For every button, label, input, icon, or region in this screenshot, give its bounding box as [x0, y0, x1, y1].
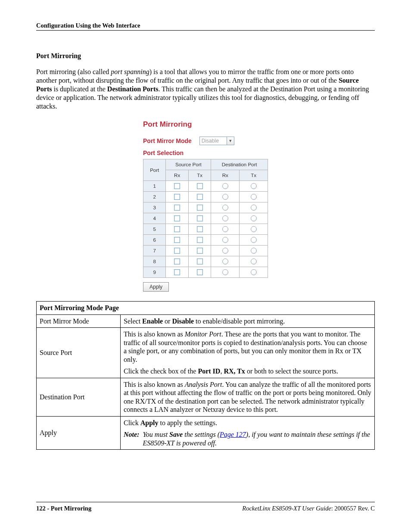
- col-dst-tx: Tx: [240, 170, 268, 181]
- checkbox-icon[interactable]: [174, 258, 180, 264]
- dst-rx-cell: [211, 213, 240, 224]
- checkbox-icon[interactable]: [174, 183, 180, 189]
- dst-tx-cell: [240, 213, 268, 224]
- dst-rx-cell: [211, 181, 240, 192]
- row-label: Apply: [37, 416, 121, 450]
- text: or both to select the source ports.: [245, 367, 338, 375]
- text-bold: Save: [169, 431, 183, 438]
- page-link[interactable]: Page 127: [220, 431, 246, 438]
- col-source-port: Source Port: [166, 159, 211, 170]
- dst-tx-cell: [240, 256, 268, 267]
- checkbox-icon[interactable]: [174, 205, 180, 211]
- dst-rx-cell: [211, 235, 240, 246]
- radio-icon[interactable]: [222, 194, 228, 200]
- dst-rx-cell: [211, 246, 240, 256]
- text: Click: [124, 419, 140, 426]
- checkbox-icon[interactable]: [174, 226, 180, 232]
- table-row: Port Mirror Mode Select Enable or Disabl…: [37, 314, 375, 328]
- figure-title: Port Mirroring: [143, 120, 268, 129]
- radio-icon[interactable]: [251, 226, 257, 232]
- checkbox-icon[interactable]: [197, 248, 203, 254]
- radio-icon[interactable]: [251, 258, 257, 264]
- src-rx-cell: [166, 235, 188, 246]
- radio-icon[interactable]: [222, 248, 228, 254]
- src-tx-cell: [188, 213, 211, 224]
- row-label: Destination Port: [37, 378, 121, 416]
- term-destination-ports: Destination Ports: [107, 85, 159, 93]
- checkbox-icon[interactable]: [174, 194, 180, 200]
- src-rx-cell: [166, 213, 188, 224]
- checkbox-icon[interactable]: [174, 269, 180, 275]
- checkbox-icon[interactable]: [174, 248, 180, 254]
- table-row: Source Port This is also known as Monito…: [37, 328, 375, 378]
- checkbox-icon[interactable]: [197, 269, 203, 275]
- table-row: 5: [143, 224, 268, 235]
- text: You must: [143, 431, 169, 438]
- radio-icon[interactable]: [222, 269, 228, 275]
- text: or: [163, 317, 172, 325]
- port-number: 9: [143, 267, 166, 278]
- text-italic: Analysis Port: [185, 381, 222, 388]
- text: This is also known as: [124, 381, 185, 388]
- text-bold: Apply: [140, 419, 159, 426]
- checkbox-icon[interactable]: [197, 226, 203, 232]
- apply-button[interactable]: Apply: [143, 282, 169, 292]
- src-rx-cell: [166, 202, 188, 213]
- table-row: 9: [143, 267, 268, 278]
- dst-tx-cell: [240, 267, 268, 278]
- footer-right: RocketLinx ES8509-XT User Guide: 2000557…: [242, 505, 375, 512]
- text: is duplicated at the: [52, 85, 107, 93]
- checkbox-icon[interactable]: [197, 258, 203, 264]
- port-mirroring-figure: Port Mirroring Port Mirror Mode Disable …: [143, 120, 268, 292]
- radio-icon[interactable]: [222, 237, 228, 243]
- src-tx-cell: [188, 246, 211, 256]
- checkbox-icon[interactable]: [174, 215, 180, 221]
- dst-tx-cell: [240, 202, 268, 213]
- checkbox-icon[interactable]: [197, 215, 203, 221]
- table-row: 6: [143, 235, 268, 246]
- col-port: Port: [143, 159, 166, 181]
- radio-icon[interactable]: [251, 237, 257, 243]
- checkbox-icon[interactable]: [197, 183, 203, 189]
- src-rx-cell: [166, 224, 188, 235]
- dst-tx-cell: [240, 235, 268, 246]
- radio-icon[interactable]: [251, 183, 257, 189]
- text: Click the check box of the: [124, 367, 198, 375]
- radio-icon[interactable]: [251, 248, 257, 254]
- radio-icon[interactable]: [222, 215, 228, 221]
- checkbox-icon[interactable]: [174, 237, 180, 243]
- row-desc: Click Apply to apply the settings. Note:…: [121, 416, 375, 450]
- section-heading: Port Mirroring: [36, 52, 375, 60]
- port-number: 5: [143, 224, 166, 235]
- checkbox-icon[interactable]: [197, 237, 203, 243]
- footer-guide-title: RocketLinx ES8509-XT User Guide: [242, 505, 331, 512]
- radio-icon[interactable]: [251, 194, 257, 200]
- text-italic: Monitor Port: [185, 330, 221, 338]
- radio-icon[interactable]: [222, 226, 228, 232]
- row-desc: This is also known as Analysis Port. You…: [121, 378, 375, 416]
- desc-table-title: Port Mirroring Mode Page: [37, 302, 375, 315]
- dst-tx-cell: [240, 192, 268, 202]
- mode-label: Port Mirror Mode: [143, 137, 192, 144]
- row-desc: Select Enable or Disable to enable/disab…: [121, 314, 375, 328]
- table-row: Destination Port This is also known as A…: [37, 378, 375, 416]
- radio-icon[interactable]: [222, 205, 228, 211]
- table-row: 2: [143, 192, 268, 202]
- radio-icon[interactable]: [251, 205, 257, 211]
- radio-icon[interactable]: [222, 258, 228, 264]
- page-footer: 122 - Port Mirroring RocketLinx ES8509-X…: [36, 502, 375, 512]
- dst-tx-cell: [240, 246, 268, 256]
- dst-rx-cell: [211, 256, 240, 267]
- radio-icon[interactable]: [222, 183, 228, 189]
- col-src-tx: Tx: [188, 170, 211, 181]
- radio-icon[interactable]: [251, 215, 257, 221]
- port-number: 7: [143, 246, 166, 256]
- checkbox-icon[interactable]: [197, 205, 203, 211]
- radio-icon[interactable]: [251, 269, 257, 275]
- checkbox-icon[interactable]: [197, 194, 203, 200]
- src-tx-cell: [188, 256, 211, 267]
- mode-select[interactable]: Disable ▼: [199, 137, 234, 145]
- src-rx-cell: [166, 256, 188, 267]
- src-rx-cell: [166, 246, 188, 256]
- dst-tx-cell: [240, 224, 268, 235]
